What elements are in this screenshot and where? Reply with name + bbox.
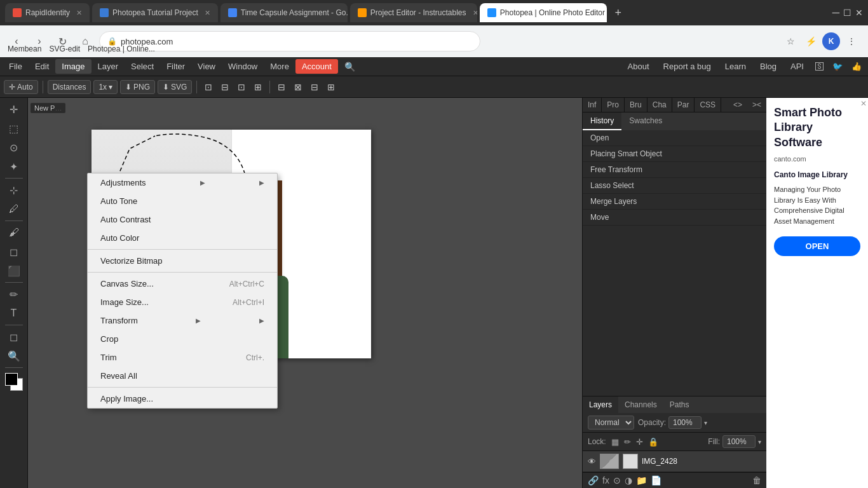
transform-button-3[interactable]: ⊟ — [308, 80, 322, 94]
menu-vectorize-bitmap[interactable]: Vectorize Bitmap — [88, 252, 277, 270]
zoom-tool[interactable]: 🔍 — [3, 347, 25, 365]
fill-tool[interactable]: ⬛ — [3, 262, 25, 280]
menu-icon[interactable]: ⋮ — [843, 32, 860, 50]
menu-about[interactable]: About — [621, 59, 656, 74]
menu-reveal-all[interactable]: Reveal All — [88, 367, 277, 385]
close-button[interactable]: ✕ — [855, 8, 863, 18]
link-layers-icon[interactable]: 🔗 — [588, 475, 599, 485]
history-item-open[interactable]: Open — [583, 130, 766, 146]
opacity-chevron[interactable]: ▾ — [704, 419, 707, 426]
bookmark-icon[interactable]: ☆ — [782, 32, 799, 50]
menu-canvas-size[interactable]: Canvas Size... Alt+Ctrl+C — [88, 274, 277, 293]
blend-mode-select[interactable]: Normal — [588, 416, 634, 430]
history-item-lasso[interactable]: Lasso Select — [583, 178, 766, 194]
panel-expand-icon[interactable]: <> — [728, 98, 747, 112]
transform-button-4[interactable]: ⊞ — [324, 80, 338, 94]
tab-pro[interactable]: Pro — [602, 98, 625, 112]
align-right-button[interactable]: ⊡ — [234, 80, 248, 94]
brush-tool[interactable]: 🖌 — [3, 224, 25, 241]
tab-cha[interactable]: Cha — [648, 98, 672, 112]
extensions-icon[interactable]: ⚡ — [802, 32, 820, 50]
twitter-icon[interactable]: 🐦 — [829, 59, 846, 74]
color-swatches[interactable] — [5, 373, 23, 391]
layers-tab-channels[interactable]: Channels — [618, 396, 663, 413]
add-mask-icon[interactable]: ⊙ — [613, 475, 621, 485]
tab-close-tutorial[interactable]: ✕ — [205, 9, 210, 17]
bookmark-svgedit[interactable]: SVG-edit — [49, 44, 80, 53]
panel-collapse-icon[interactable]: >< — [747, 98, 766, 112]
tab-close-rapididentity[interactable]: ✕ — [76, 9, 82, 17]
new-group-icon[interactable]: 📁 — [636, 475, 647, 485]
history-item-smart-object[interactable]: Placing Smart Object — [583, 146, 766, 162]
history-item-merge[interactable]: Merge Layers — [583, 194, 766, 210]
layers-tab-paths[interactable]: Paths — [663, 396, 696, 413]
menu-image-size[interactable]: Image Size... Alt+Ctrl+I — [88, 293, 277, 311]
tab-photopea[interactable]: Photopea | Online Photo Editor ✕ — [480, 3, 607, 22]
facebook-icon[interactable]: 👍 — [848, 59, 865, 74]
layer-effects-icon[interactable]: fx — [602, 475, 609, 485]
menu-image[interactable]: Image — [55, 59, 91, 74]
lock-all-icon[interactable]: 🔒 — [648, 437, 658, 447]
menu-file[interactable]: File — [3, 59, 29, 74]
minimize-button[interactable]: ─ — [832, 7, 839, 18]
layer-item[interactable]: 👁 IMG_2428 — [583, 451, 766, 472]
menu-auto-contrast[interactable]: Auto Contrast — [88, 210, 277, 229]
fill-value[interactable]: 100% — [722, 435, 756, 448]
tab-bru[interactable]: Bru — [625, 98, 648, 112]
eyedropper-tool[interactable]: 🖊 — [3, 200, 25, 218]
menu-auto-tone[interactable]: Auto Tone — [88, 192, 277, 210]
menu-apply-image[interactable]: Apply Image... — [88, 390, 277, 408]
maximize-button[interactable]: ☐ — [843, 8, 851, 18]
text-tool[interactable]: T — [3, 304, 25, 322]
menu-edit[interactable]: Edit — [29, 59, 55, 74]
fill-chevron[interactable]: ▾ — [758, 438, 761, 445]
tab-time-capsule[interactable]: Time Capsule Assignment - Go... ✕ — [220, 3, 348, 22]
zoom-selector[interactable]: 1x ▾ — [93, 80, 118, 94]
menu-more[interactable]: More — [264, 59, 295, 74]
tab-close-instructables[interactable]: ✕ — [473, 9, 477, 17]
shape-tool[interactable]: ◻ — [3, 328, 25, 346]
eraser-tool[interactable]: ◻ — [3, 243, 25, 261]
lock-transparency-icon[interactable]: ▦ — [611, 437, 619, 447]
selection-tool[interactable]: ⬚ — [3, 119, 25, 137]
lasso-tool[interactable]: ⊙ — [3, 139, 25, 156]
ad-open-button[interactable]: OPEN — [774, 236, 860, 256]
profile-icon[interactable]: K — [822, 32, 840, 50]
align-left-button[interactable]: ⊡ — [201, 80, 215, 94]
export-png-button[interactable]: ⬇ PNG — [120, 80, 155, 94]
tab-par[interactable]: Par — [672, 98, 695, 112]
reddit-icon[interactable]: 🅂 — [811, 59, 827, 74]
bookmark-membean[interactable]: Membean — [8, 44, 41, 53]
menu-crop[interactable]: Crop — [88, 330, 277, 348]
crop-tool[interactable]: ⊹ — [3, 181, 25, 199]
menu-api[interactable]: API — [784, 59, 810, 74]
history-item-free-transform[interactable]: Free Transform — [583, 162, 766, 178]
delete-layer-icon[interactable]: 🗑 — [752, 475, 761, 485]
transform-button-1[interactable]: ⊟ — [275, 80, 288, 94]
magic-wand-tool[interactable]: ✦ — [3, 158, 25, 175]
lock-move-icon[interactable]: ✛ — [636, 437, 643, 447]
menu-learn[interactable]: Learn — [719, 59, 752, 74]
project-tab[interactable]: New P… — [31, 103, 65, 113]
foreground-color[interactable] — [5, 373, 18, 386]
canvas-area[interactable]: New P… — [28, 98, 582, 488]
tab-rapididentity[interactable]: RapidIdentity ✕ — [5, 3, 90, 22]
tab-photopea-tutorial[interactable]: Photopea Tutorial Project ✕ — [92, 3, 218, 22]
tab-inf[interactable]: Inf — [583, 98, 602, 112]
bookmark-photopea[interactable]: Photopea | Online... — [88, 44, 155, 53]
search-icon[interactable]: 🔍 — [341, 59, 359, 74]
adjustment-layer-icon[interactable]: ◑ — [625, 475, 632, 485]
align-top-button[interactable]: ⊞ — [251, 80, 265, 94]
menu-trim[interactable]: Trim Ctrl+. — [88, 348, 277, 367]
menu-report-bug[interactable]: Report a bug — [657, 59, 717, 74]
move-tool[interactable]: ✛ — [3, 100, 25, 118]
menu-blog[interactable]: Blog — [754, 59, 783, 74]
tab-css[interactable]: CSS — [695, 98, 721, 112]
menu-filter[interactable]: Filter — [160, 59, 191, 74]
lock-brush-icon[interactable]: ✏ — [624, 437, 631, 447]
transform-button-2[interactable]: ⊠ — [291, 80, 305, 94]
pen-tool[interactable]: ✏ — [3, 285, 25, 303]
menu-account[interactable]: Account — [295, 59, 338, 74]
layers-tab-layers[interactable]: Layers — [583, 396, 618, 413]
auto-select-tool[interactable]: ✛ Auto — [4, 80, 38, 94]
